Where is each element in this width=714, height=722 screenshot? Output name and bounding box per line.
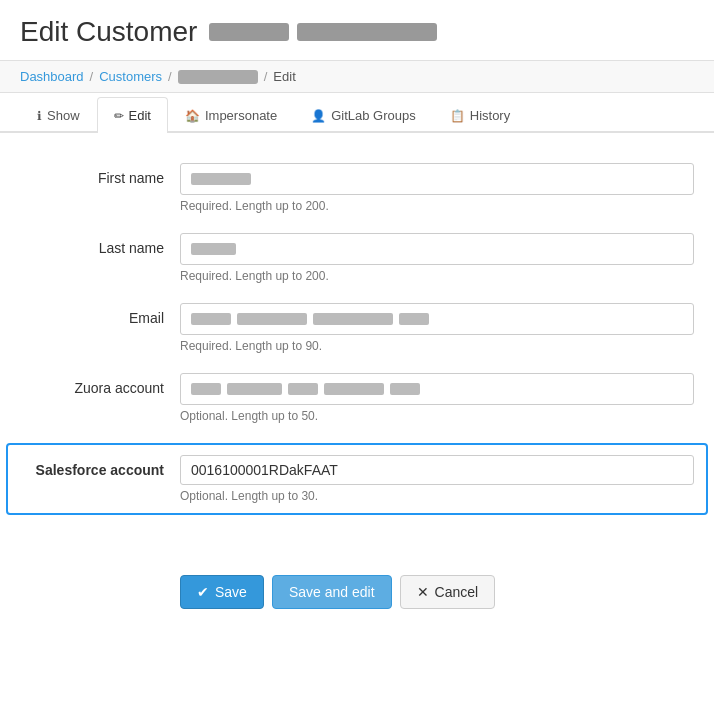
tab-show-label: Show xyxy=(47,108,80,123)
zuora-blurred-5 xyxy=(390,383,420,395)
tab-history-label: History xyxy=(470,108,510,123)
breadcrumb: Dashboard / Customers / / Edit xyxy=(0,61,714,93)
breadcrumb-sep-2: / xyxy=(168,69,172,84)
tab-impersonate-label: Impersonate xyxy=(205,108,277,123)
email-blurred-1 xyxy=(191,313,231,325)
label-last-name: Last name xyxy=(20,233,180,256)
zuora-blurred-1 xyxy=(191,383,221,395)
breadcrumb-edit: Edit xyxy=(273,69,295,84)
save-button-label: Save xyxy=(215,584,247,600)
breadcrumb-sep-3: / xyxy=(264,69,268,84)
breadcrumb-customer-name xyxy=(178,70,258,84)
cancel-button-label: Cancel xyxy=(435,584,479,600)
label-first-name: First name xyxy=(20,163,180,186)
header-badge-2 xyxy=(297,23,437,41)
hint-zuora: Optional. Length up to 50. xyxy=(180,409,694,423)
field-wrap-salesforce: Optional. Length up to 30. xyxy=(180,455,694,503)
tab-impersonate[interactable]: 🏠 Impersonate xyxy=(168,97,294,133)
hint-last-name: Required. Length up to 200. xyxy=(180,269,694,283)
tab-gitlab-label: GitLab Groups xyxy=(331,108,416,123)
tab-edit-label: Edit xyxy=(129,108,151,123)
input-zuora-container xyxy=(180,373,694,405)
hint-salesforce: Optional. Length up to 30. xyxy=(180,489,694,503)
last-name-blurred xyxy=(191,243,236,255)
field-row-zuora: Zuora account Optional. Length up to 50. xyxy=(20,373,694,423)
save-checkmark-icon: ✔ xyxy=(197,584,209,600)
edit-icon: ✏ xyxy=(114,109,124,123)
cancel-button[interactable]: ✕ Cancel xyxy=(400,575,496,609)
field-row-last-name: Last name Required. Length up to 200. xyxy=(20,233,694,283)
tab-gitlab-groups[interactable]: 👤 GitLab Groups xyxy=(294,97,433,133)
tab-show[interactable]: ℹ Show xyxy=(20,97,97,133)
page-header: Edit Customer xyxy=(0,0,714,61)
email-blurred-3 xyxy=(313,313,393,325)
tab-history[interactable]: 📋 History xyxy=(433,97,527,133)
field-row-first-name: First name Required. Length up to 200. xyxy=(20,163,694,213)
save-and-edit-label: Save and edit xyxy=(289,584,375,600)
tabs-bar: ℹ Show ✏ Edit 🏠 Impersonate 👤 GitLab Gro… xyxy=(0,97,714,133)
field-wrap-first-name: Required. Length up to 200. xyxy=(180,163,694,213)
field-wrap-zuora: Optional. Length up to 50. xyxy=(180,373,694,423)
header-badge-1 xyxy=(209,23,289,41)
hint-email: Required. Length up to 90. xyxy=(180,339,694,353)
breadcrumb-dashboard[interactable]: Dashboard xyxy=(20,69,84,84)
input-first-name-container xyxy=(180,163,694,195)
header-badges xyxy=(209,23,437,41)
breadcrumb-sep-1: / xyxy=(90,69,94,84)
form-actions: ✔ Save Save and edit ✕ Cancel xyxy=(0,555,714,629)
breadcrumb-customers[interactable]: Customers xyxy=(99,69,162,84)
save-button[interactable]: ✔ Save xyxy=(180,575,264,609)
field-row-salesforce: Salesforce account Optional. Length up t… xyxy=(6,443,708,515)
label-zuora: Zuora account xyxy=(20,373,180,396)
page-title: Edit Customer xyxy=(20,16,197,48)
field-wrap-email: Required. Length up to 90. xyxy=(180,303,694,353)
info-icon: ℹ xyxy=(37,109,42,123)
gitlab-icon: 👤 xyxy=(311,109,326,123)
tab-edit[interactable]: ✏ Edit xyxy=(97,97,168,133)
field-wrap-last-name: Required. Length up to 200. xyxy=(180,233,694,283)
zuora-blurred-4 xyxy=(324,383,384,395)
input-last-name-container xyxy=(180,233,694,265)
history-icon: 📋 xyxy=(450,109,465,123)
cancel-x-icon: ✕ xyxy=(417,584,429,600)
email-blurred-4 xyxy=(399,313,429,325)
label-salesforce: Salesforce account xyxy=(20,455,180,478)
email-blurred-2 xyxy=(237,313,307,325)
impersonate-icon: 🏠 xyxy=(185,109,200,123)
field-row-email: Email Required. Length up to 90. xyxy=(20,303,694,353)
first-name-blurred xyxy=(191,173,251,185)
save-and-edit-button[interactable]: Save and edit xyxy=(272,575,392,609)
zuora-blurred-3 xyxy=(288,383,318,395)
hint-first-name: Required. Length up to 200. xyxy=(180,199,694,213)
edit-form: First name Required. Length up to 200. L… xyxy=(0,133,714,555)
label-email: Email xyxy=(20,303,180,326)
zuora-blurred-2 xyxy=(227,383,282,395)
input-salesforce[interactable] xyxy=(180,455,694,485)
input-email-container xyxy=(180,303,694,335)
